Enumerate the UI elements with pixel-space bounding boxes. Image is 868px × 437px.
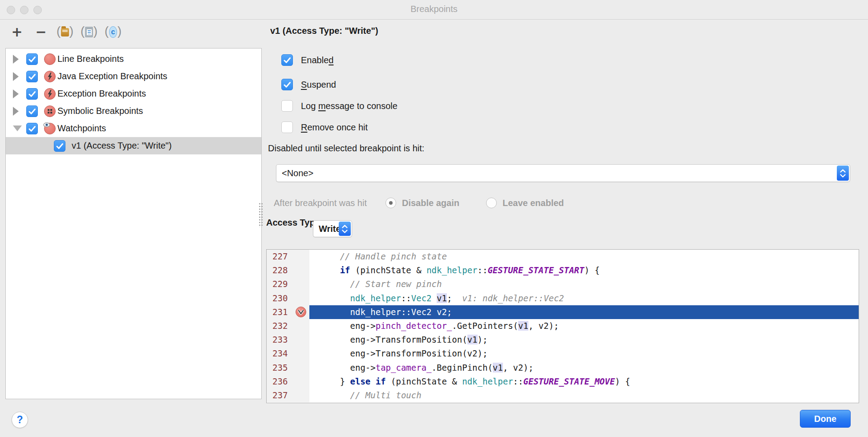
code-gutter: 232 [267,319,309,333]
line-number: 227 [267,250,293,263]
tree-item-checkbox[interactable] [26,105,38,117]
code-line[interactable]: 237 // Multi touch [267,388,859,402]
help-button[interactable]: ? [12,412,28,428]
paren-right: ) [93,24,97,38]
disable-again-radio[interactable] [385,198,396,208]
code-gutter: 233 [267,333,309,347]
chevron-right-icon[interactable] [13,107,19,116]
disabled-until-label: Disabled until selected breakpoint is hi… [268,143,424,154]
line-breakpoint-icon [44,53,56,65]
paren-left: ( [57,24,61,38]
code-line[interactable]: 227 // Handle pinch state [267,250,859,263]
code-line[interactable]: 228 if (pinchState & ndk_helper::GESTURE… [267,263,859,277]
code-line[interactable]: 235 eng->tap_camera_.BeginPinch(v1, v2); [267,361,859,375]
line-number: 236 [267,375,293,388]
group-by-package-button[interactable]: ( ) [56,24,74,40]
title-bar: Breakpoints [0,0,868,20]
group-by-class-button[interactable]: ( c ) [104,24,122,40]
code-gutter: 234 [267,347,309,360]
tree-row[interactable]: Exception Breakpoints [6,85,261,102]
watchpoint-badge-icon[interactable] [296,307,306,317]
tree-item-checkbox[interactable] [26,71,38,82]
code-line[interactable]: 234 eng->TransformPosition(v2); [267,347,859,360]
tree-item-label: Exception Breakpoints [57,89,146,99]
exception-breakpoint-icon [44,71,56,82]
code-line[interactable]: 236 } else if (pinchState & ndk_helper::… [267,375,859,388]
leave-enabled-radio[interactable] [486,198,497,208]
tree-row[interactable]: v1 (Access Type: "Write") [6,137,261,154]
tree-item-label: Line Breakpoints [57,54,124,64]
option-checkbox[interactable] [281,121,293,133]
tree-item-checkbox[interactable] [26,53,38,65]
class-icon: c [109,26,117,38]
option-label: Log message to console [301,101,397,111]
breakpoints-dialog: Breakpoints + − ( ) ( ) ( c ) Line Break… [0,0,868,437]
dropdown-stepper-icon [837,166,849,181]
option-row: Log message to console [281,100,397,112]
panel-splitter-handle[interactable] [259,202,263,227]
chevron-right-icon[interactable] [13,55,19,64]
tree-item-checkbox[interactable] [26,88,38,100]
file-icon [85,27,93,37]
option-row: Suspend [281,79,336,90]
watchpoint-icon [44,123,56,134]
tree-item-label: Symbolic Breakpoints [57,106,143,116]
symbolic-breakpoint-icon [44,105,56,117]
code-line[interactable]: 231 ndk_helper::Vec2 v2; [267,305,859,319]
option-label: Enabled [301,55,333,65]
option-checkbox[interactable] [281,54,293,66]
tree-row[interactable]: Symbolic Breakpoints [6,102,261,120]
paren-right: ) [118,24,122,38]
group-by-file-button[interactable]: ( ) [80,24,98,40]
tree-item-label: Java Exception Breakpoints [57,71,167,81]
line-number: 234 [267,347,293,360]
disable-again-label: Disable again [402,198,459,208]
done-button[interactable]: Done [800,410,851,428]
code-line[interactable]: 229 // Start new pinch [267,277,859,291]
breakpoints-tree: Line BreakpointsJava Exception Breakpoin… [5,48,262,399]
tree-row[interactable]: Line Breakpoints [6,50,261,68]
chevron-right-icon[interactable] [13,89,19,98]
option-checkbox[interactable] [281,79,293,90]
option-row: Remove once hit [281,121,368,133]
code-text: ndk_helper::Vec2 v1; v1: ndk_helper::Vec… [309,291,859,305]
tree-row[interactable]: Java Exception Breakpoints [6,68,261,85]
code-line[interactable]: 233 eng->TransformPosition(v1); [267,333,859,347]
tree-item-checkbox[interactable] [26,123,38,134]
code-gutter: 237 [267,388,309,402]
access-type-dropdown[interactable]: Write [313,220,352,237]
code-text: eng->tap_camera_.BeginPinch(v1, v2); [309,361,859,375]
leave-enabled-label: Leave enabled [503,198,564,208]
option-row: Enabled [281,54,333,66]
code-gutter: 228 [267,263,309,277]
disabled-until-value: <None> [276,168,850,178]
disabled-until-dropdown[interactable]: <None> [276,164,850,182]
code-gutter: 235 [267,361,309,375]
code-gutter: 230 [267,291,309,305]
remove-breakpoint-button[interactable]: − [32,24,50,40]
source-code-preview[interactable]: 227 // Handle pinch state228 if (pinchSt… [266,249,859,403]
line-number: 233 [267,333,293,347]
line-number: 237 [267,388,293,402]
line-number: 235 [267,361,293,375]
chevron-down-icon[interactable] [13,125,22,131]
code-text: eng->pinch_detector_.GetPointers(v1, v2)… [309,319,859,333]
add-breakpoint-button[interactable]: + [8,24,26,40]
code-line[interactable]: 230 ndk_helper::Vec2 v1; v1: ndk_helper:… [267,291,859,305]
tree-item-label: Watchpoints [57,123,106,134]
after-breakpoint-hit-group: After breakpoint was hit Disable again L… [274,198,564,208]
exception-breakpoint-icon [44,88,56,100]
paren-left: ( [81,24,85,38]
chevron-right-icon[interactable] [13,72,19,81]
breakpoint-toolbar: + − ( ) ( ) ( c ) [8,23,122,41]
breakpoint-detail-title: v1 (Access Type: "Write") [270,26,378,36]
paren-left: ( [105,24,109,38]
code-text: // Handle pinch state [309,250,859,263]
code-line[interactable]: 232 eng->pinch_detector_.GetPointers(v1,… [267,319,859,333]
code-text: eng->TransformPosition(v2); [309,347,859,360]
option-label: Suspend [301,80,336,90]
code-gutter: 236 [267,375,309,388]
tree-row[interactable]: Watchpoints [6,120,261,137]
tree-item-checkbox[interactable] [54,140,65,152]
option-checkbox[interactable] [281,100,293,112]
